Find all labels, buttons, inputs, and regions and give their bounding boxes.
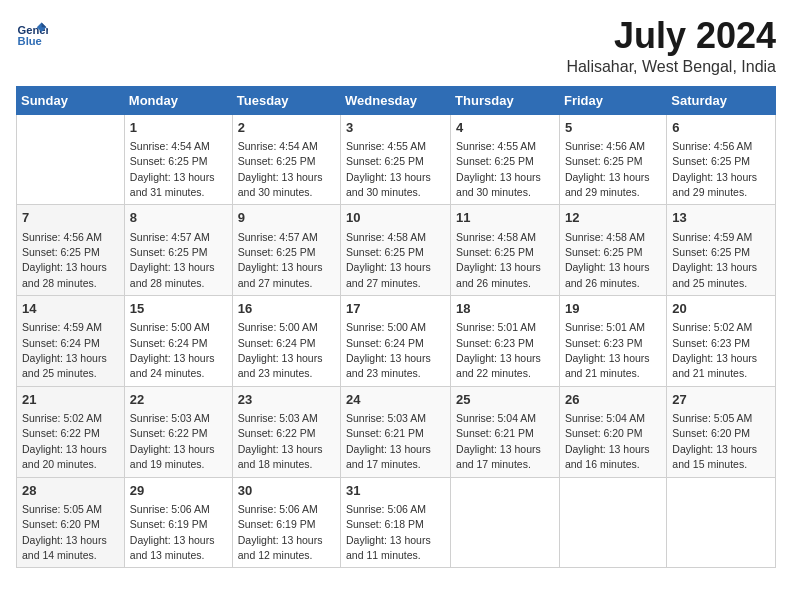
sunrise-text: Sunrise: 5:03 AMSunset: 6:22 PMDaylight:…	[130, 412, 215, 470]
day-number: 22	[130, 391, 227, 409]
sunrise-text: Sunrise: 5:04 AMSunset: 6:21 PMDaylight:…	[456, 412, 541, 470]
table-row: 7 Sunrise: 4:56 AMSunset: 6:25 PMDayligh…	[17, 205, 125, 296]
day-number: 3	[346, 119, 445, 137]
table-row: 27 Sunrise: 5:05 AMSunset: 6:20 PMDaylig…	[667, 386, 776, 477]
day-number: 1	[130, 119, 227, 137]
sunrise-text: Sunrise: 4:54 AMSunset: 6:25 PMDaylight:…	[238, 140, 323, 198]
col-monday: Monday	[124, 86, 232, 114]
calendar-week-row: 7 Sunrise: 4:56 AMSunset: 6:25 PMDayligh…	[17, 205, 776, 296]
table-row: 19 Sunrise: 5:01 AMSunset: 6:23 PMDaylig…	[559, 296, 666, 387]
sunrise-text: Sunrise: 4:57 AMSunset: 6:25 PMDaylight:…	[130, 231, 215, 289]
day-number: 2	[238, 119, 335, 137]
table-row: 24 Sunrise: 5:03 AMSunset: 6:21 PMDaylig…	[341, 386, 451, 477]
day-number: 6	[672, 119, 770, 137]
sunrise-text: Sunrise: 5:01 AMSunset: 6:23 PMDaylight:…	[456, 321, 541, 379]
day-number: 30	[238, 482, 335, 500]
location: Halisahar, West Bengal, India	[566, 58, 776, 76]
calendar-week-row: 28 Sunrise: 5:05 AMSunset: 6:20 PMDaylig…	[17, 477, 776, 568]
day-number: 15	[130, 300, 227, 318]
calendar-week-row: 14 Sunrise: 4:59 AMSunset: 6:24 PMDaylig…	[17, 296, 776, 387]
sunrise-text: Sunrise: 4:57 AMSunset: 6:25 PMDaylight:…	[238, 231, 323, 289]
table-row: 14 Sunrise: 4:59 AMSunset: 6:24 PMDaylig…	[17, 296, 125, 387]
table-row: 17 Sunrise: 5:00 AMSunset: 6:24 PMDaylig…	[341, 296, 451, 387]
table-row: 11 Sunrise: 4:58 AMSunset: 6:25 PMDaylig…	[451, 205, 560, 296]
day-number: 10	[346, 209, 445, 227]
sunrise-text: Sunrise: 5:03 AMSunset: 6:22 PMDaylight:…	[238, 412, 323, 470]
calendar-week-row: 1 Sunrise: 4:54 AMSunset: 6:25 PMDayligh…	[17, 114, 776, 205]
page-header: General Blue July 2024 Halisahar, West B…	[16, 16, 776, 76]
sunrise-text: Sunrise: 4:58 AMSunset: 6:25 PMDaylight:…	[565, 231, 650, 289]
day-number: 18	[456, 300, 554, 318]
day-number: 21	[22, 391, 119, 409]
day-number: 24	[346, 391, 445, 409]
table-row	[559, 477, 666, 568]
col-wednesday: Wednesday	[341, 86, 451, 114]
table-row: 1 Sunrise: 4:54 AMSunset: 6:25 PMDayligh…	[124, 114, 232, 205]
sunrise-text: Sunrise: 5:06 AMSunset: 6:18 PMDaylight:…	[346, 503, 431, 561]
sunrise-text: Sunrise: 4:58 AMSunset: 6:25 PMDaylight:…	[456, 231, 541, 289]
sunrise-text: Sunrise: 4:59 AMSunset: 6:25 PMDaylight:…	[672, 231, 757, 289]
sunrise-text: Sunrise: 5:02 AMSunset: 6:22 PMDaylight:…	[22, 412, 107, 470]
table-row: 5 Sunrise: 4:56 AMSunset: 6:25 PMDayligh…	[559, 114, 666, 205]
title-block: July 2024 Halisahar, West Bengal, India	[566, 16, 776, 76]
sunrise-text: Sunrise: 4:56 AMSunset: 6:25 PMDaylight:…	[672, 140, 757, 198]
day-number: 5	[565, 119, 661, 137]
day-number: 7	[22, 209, 119, 227]
table-row	[17, 114, 125, 205]
table-row: 26 Sunrise: 5:04 AMSunset: 6:20 PMDaylig…	[559, 386, 666, 477]
day-number: 26	[565, 391, 661, 409]
table-row: 9 Sunrise: 4:57 AMSunset: 6:25 PMDayligh…	[232, 205, 340, 296]
sunrise-text: Sunrise: 4:56 AMSunset: 6:25 PMDaylight:…	[565, 140, 650, 198]
sunrise-text: Sunrise: 4:55 AMSunset: 6:25 PMDaylight:…	[346, 140, 431, 198]
table-row: 21 Sunrise: 5:02 AMSunset: 6:22 PMDaylig…	[17, 386, 125, 477]
table-row: 23 Sunrise: 5:03 AMSunset: 6:22 PMDaylig…	[232, 386, 340, 477]
sunrise-text: Sunrise: 4:58 AMSunset: 6:25 PMDaylight:…	[346, 231, 431, 289]
day-number: 8	[130, 209, 227, 227]
day-number: 29	[130, 482, 227, 500]
table-row: 13 Sunrise: 4:59 AMSunset: 6:25 PMDaylig…	[667, 205, 776, 296]
sunrise-text: Sunrise: 4:56 AMSunset: 6:25 PMDaylight:…	[22, 231, 107, 289]
table-row: 16 Sunrise: 5:00 AMSunset: 6:24 PMDaylig…	[232, 296, 340, 387]
table-row: 28 Sunrise: 5:05 AMSunset: 6:20 PMDaylig…	[17, 477, 125, 568]
table-row: 18 Sunrise: 5:01 AMSunset: 6:23 PMDaylig…	[451, 296, 560, 387]
day-number: 25	[456, 391, 554, 409]
col-sunday: Sunday	[17, 86, 125, 114]
day-number: 13	[672, 209, 770, 227]
sunrise-text: Sunrise: 5:00 AMSunset: 6:24 PMDaylight:…	[130, 321, 215, 379]
table-row: 8 Sunrise: 4:57 AMSunset: 6:25 PMDayligh…	[124, 205, 232, 296]
col-saturday: Saturday	[667, 86, 776, 114]
sunrise-text: Sunrise: 5:05 AMSunset: 6:20 PMDaylight:…	[22, 503, 107, 561]
table-row: 22 Sunrise: 5:03 AMSunset: 6:22 PMDaylig…	[124, 386, 232, 477]
table-row: 2 Sunrise: 4:54 AMSunset: 6:25 PMDayligh…	[232, 114, 340, 205]
sunrise-text: Sunrise: 5:00 AMSunset: 6:24 PMDaylight:…	[238, 321, 323, 379]
svg-text:Blue: Blue	[18, 35, 42, 47]
table-row: 4 Sunrise: 4:55 AMSunset: 6:25 PMDayligh…	[451, 114, 560, 205]
sunrise-text: Sunrise: 4:59 AMSunset: 6:24 PMDaylight:…	[22, 321, 107, 379]
table-row: 25 Sunrise: 5:04 AMSunset: 6:21 PMDaylig…	[451, 386, 560, 477]
sunrise-text: Sunrise: 5:06 AMSunset: 6:19 PMDaylight:…	[130, 503, 215, 561]
table-row: 6 Sunrise: 4:56 AMSunset: 6:25 PMDayligh…	[667, 114, 776, 205]
table-row: 3 Sunrise: 4:55 AMSunset: 6:25 PMDayligh…	[341, 114, 451, 205]
table-row: 31 Sunrise: 5:06 AMSunset: 6:18 PMDaylig…	[341, 477, 451, 568]
table-row: 15 Sunrise: 5:00 AMSunset: 6:24 PMDaylig…	[124, 296, 232, 387]
table-row: 12 Sunrise: 4:58 AMSunset: 6:25 PMDaylig…	[559, 205, 666, 296]
sunrise-text: Sunrise: 5:04 AMSunset: 6:20 PMDaylight:…	[565, 412, 650, 470]
calendar-table: Sunday Monday Tuesday Wednesday Thursday…	[16, 86, 776, 569]
sunrise-text: Sunrise: 5:06 AMSunset: 6:19 PMDaylight:…	[238, 503, 323, 561]
table-row	[451, 477, 560, 568]
col-tuesday: Tuesday	[232, 86, 340, 114]
logo: General Blue	[16, 16, 48, 48]
calendar-week-row: 21 Sunrise: 5:02 AMSunset: 6:22 PMDaylig…	[17, 386, 776, 477]
day-number: 31	[346, 482, 445, 500]
sunrise-text: Sunrise: 5:00 AMSunset: 6:24 PMDaylight:…	[346, 321, 431, 379]
table-row: 20 Sunrise: 5:02 AMSunset: 6:23 PMDaylig…	[667, 296, 776, 387]
sunrise-text: Sunrise: 4:55 AMSunset: 6:25 PMDaylight:…	[456, 140, 541, 198]
day-number: 20	[672, 300, 770, 318]
table-row: 30 Sunrise: 5:06 AMSunset: 6:19 PMDaylig…	[232, 477, 340, 568]
table-row	[667, 477, 776, 568]
day-number: 11	[456, 209, 554, 227]
day-number: 12	[565, 209, 661, 227]
sunrise-text: Sunrise: 5:02 AMSunset: 6:23 PMDaylight:…	[672, 321, 757, 379]
calendar-header-row: Sunday Monday Tuesday Wednesday Thursday…	[17, 86, 776, 114]
table-row: 29 Sunrise: 5:06 AMSunset: 6:19 PMDaylig…	[124, 477, 232, 568]
